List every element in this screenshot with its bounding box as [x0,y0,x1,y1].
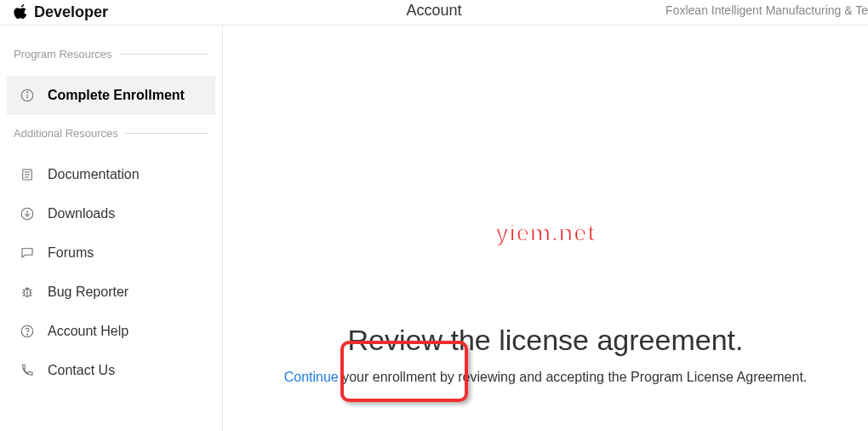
hero-subtitle-rest: your enrollment by reviewing and accepti… [339,370,808,384]
svg-line-15 [23,295,25,296]
info-icon [19,88,36,103]
sidebar-item-label: Account Help [48,324,128,339]
svg-point-2 [27,92,28,93]
sidebar-item-downloads[interactable]: Downloads [0,194,222,233]
sidebar-item-enrollment[interactable]: Complete Enrollment [7,76,215,115]
apple-icon [14,3,29,22]
document-icon [19,167,36,182]
sidebar-group-additional: Additional Resources [0,127,222,140]
svg-line-13 [23,290,25,291]
brand[interactable]: Developer [14,3,108,22]
watermark-text: yiem.net [495,220,596,247]
sidebar-item-documentation[interactable]: Documentation [0,155,222,194]
svg-line-14 [30,290,31,291]
sidebar-group-label: Program Resources [14,48,112,60]
continue-link[interactable]: Continue [284,370,339,384]
hero-subtitle: Continue your enrollment by reviewing an… [284,370,808,385]
divider [119,54,208,55]
download-icon [19,206,36,221]
sidebar-item-accounthelp[interactable]: Account Help [0,312,222,351]
svg-point-18 [27,334,28,335]
svg-line-16 [30,295,31,296]
org-name[interactable]: Foxlean Intelligent Manufacturing & Te [665,3,868,17]
sidebar-item-label: Contact Us [48,363,115,378]
sidebar-group-program: Program Resources [0,48,222,60]
phone-icon [19,363,36,378]
sidebar-item-label: Forums [48,245,94,261]
divider [125,133,208,134]
sidebar: Program Resources Complete Enrollment Ad… [0,26,223,431]
main-content: yiem.net Review the license agreement. C… [223,26,868,431]
chat-icon [19,245,36,261]
help-icon [19,324,36,339]
sidebar-item-contactus[interactable]: Contact Us [0,351,222,390]
sidebar-item-label: Bug Reporter [48,284,128,300]
sidebar-item-label: Documentation [48,167,140,182]
sidebar-item-forums[interactable]: Forums [0,233,222,273]
sidebar-item-bugreporter[interactable]: Bug Reporter [0,273,222,312]
sidebar-item-label: Downloads [48,206,115,221]
brand-label: Developer [34,3,108,21]
page-title: Account [406,2,461,20]
sidebar-group-label: Additional Resources [14,127,118,140]
header: Developer Account Foxlean Intelligent Ma… [0,0,868,26]
bug-icon [19,284,36,300]
hero-title: Review the license agreement. [348,324,744,357]
sidebar-item-label: Complete Enrollment [48,88,185,103]
